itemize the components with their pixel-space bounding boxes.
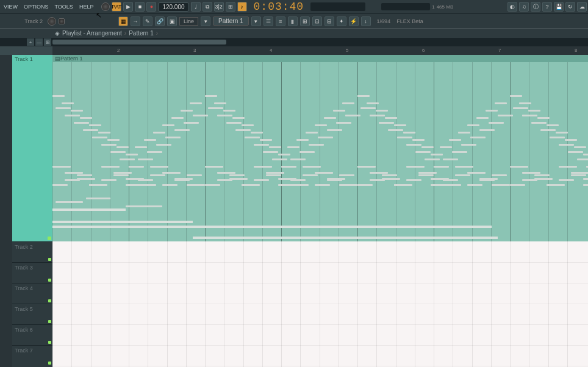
mem-counter: 1 [432, 4, 434, 10]
transport-controls: PAT ▶ ■ ● 120.000 ♩ ⧉ 3|2 ⊞ ♪ 0:03:40 1 … [101, 1, 453, 13]
volume-knob[interactable] [48, 17, 56, 26]
snap-selector[interactable]: Line [179, 17, 198, 26]
midi-button[interactable]: ♫ [519, 2, 529, 12]
ruler-mark: 4 [270, 48, 272, 53]
play-button[interactable]: ▶ [123, 2, 133, 12]
cpu-meter [381, 3, 430, 10]
track-mute-icon[interactable] [48, 258, 51, 261]
scrollbar-thumb[interactable] [52, 40, 226, 45]
line-icon[interactable]: — [35, 38, 43, 46]
timeline-area[interactable]: ▤ Pattern 1 [52, 55, 588, 367]
secondary-toolbar: Track 2 ▦ → ✎ 🔗 ▣ Line ▾ Pattern 1 ▾ ☰ ≡… [0, 13, 588, 28]
tool6-button[interactable]: ⊟ [324, 16, 334, 26]
horizontal-scrollbar[interactable] [52, 40, 588, 45]
menu-options[interactable]: OPTIONS [21, 2, 51, 11]
track-header-5[interactable]: Track 5 [12, 304, 52, 324]
track-1-mute-icon[interactable] [48, 237, 51, 240]
track-header-1[interactable]: Track 1 [12, 55, 52, 241]
track-mute-icon[interactable] [48, 299, 51, 302]
clip-label-bar[interactable]: ▤ Pattern 1 [52, 55, 588, 62]
tempo-display[interactable]: 120.000 [158, 2, 188, 12]
grid-icon[interactable]: ⊞ [44, 38, 51, 46]
info-button[interactable]: ⓘ [531, 2, 540, 12]
menu-tools[interactable]: TOOLS [52, 2, 76, 11]
ruler-mark: 7 [498, 48, 501, 53]
menu-view[interactable]: VIEW [1, 2, 20, 11]
history-button[interactable]: ◐ [507, 2, 517, 12]
pan-knob[interactable] [59, 18, 65, 24]
pattern-clip[interactable] [52, 62, 588, 241]
cut-tool-button[interactable]: ✎ [143, 16, 152, 26]
pattern-mode-button[interactable]: PAT [112, 2, 121, 12]
render-button[interactable]: ↻ [565, 2, 575, 12]
track-mute-icon[interactable] [48, 341, 51, 344]
loop-record-button[interactable]: 3|2 [214, 2, 224, 12]
left-sidebar [0, 55, 12, 367]
hint-track-label: Track 2 [2, 18, 45, 24]
tool-strip: + — ⊞ [0, 38, 588, 46]
clip-icon: ▤ [55, 55, 60, 62]
empty-track-area[interactable] [52, 241, 588, 367]
browser-button[interactable]: ⊞ [300, 16, 310, 26]
add-icon[interactable]: + [27, 38, 34, 46]
snap-dropdown[interactable]: ▾ [201, 16, 210, 26]
countdown-button[interactable]: ⧉ [203, 2, 212, 12]
metronome-button[interactable]: ♩ [191, 2, 201, 12]
magnet-button[interactable]: → [131, 16, 140, 26]
stamp-button[interactable]: ▣ [167, 16, 177, 26]
mixer-button[interactable]: ⫼ [288, 16, 298, 26]
track-header-6[interactable]: Track 6 [12, 324, 52, 345]
time-ruler[interactable]: 2 3 4 5 6 7 8 [52, 46, 588, 55]
pattern-dropdown[interactable]: ▾ [251, 16, 261, 26]
help-button[interactable]: ? [542, 2, 552, 12]
tool7-button[interactable]: ✦ [337, 16, 346, 26]
track-mute-icon[interactable] [48, 279, 51, 282]
track-header-4[interactable]: Track 4 [12, 283, 52, 304]
ruler-mark: 8 [575, 48, 577, 53]
track-2-label: Track 2 [15, 244, 33, 250]
track-5-label: Track 5 [15, 306, 33, 312]
wait-button[interactable]: ⊞ [226, 2, 235, 12]
ruler-mark: 3 [193, 48, 196, 53]
breadcrumb-pattern[interactable]: Pattern 1 [129, 30, 154, 37]
track-mute-icon[interactable] [48, 320, 51, 323]
track-7-label: Track 7 [15, 347, 33, 354]
main-menu: VIEW OPTIONS TOOLS HELP [1, 2, 96, 11]
main-workspace: Track 1 Track 2 Track 3 Track 4 Track 5 … [0, 55, 588, 367]
ruler-mark: 6 [422, 48, 425, 53]
record-button[interactable]: ● [146, 2, 156, 12]
mem-usage: 465 MB [437, 4, 454, 10]
tool9-button[interactable]: ↓ [361, 16, 371, 26]
breadcrumb-icon: ◈ [55, 30, 60, 37]
flex-prefix: 1/694 [377, 18, 391, 24]
time-display[interactable]: 0:03:40 [254, 1, 304, 13]
link-button[interactable]: 🔗 [155, 16, 165, 26]
pattern-selector[interactable]: Pattern 1 [213, 16, 249, 26]
channel-rack-button[interactable]: ☰ [264, 16, 273, 26]
track-list: Track 1 Track 2 Track 3 Track 4 Track 5 … [12, 55, 52, 367]
tool5-button[interactable]: ⊡ [312, 16, 322, 26]
clip-label: Pattern 1 [60, 55, 83, 62]
top-menu-bar: VIEW OPTIONS TOOLS HELP PAT ▶ ■ ● 120.00… [0, 0, 588, 13]
breadcrumb-separator-2: › [156, 30, 158, 37]
stop-button[interactable]: ■ [135, 2, 145, 12]
playlist-button[interactable]: ▦ [118, 16, 128, 26]
playlist-title[interactable]: Playlist - Arrangement [62, 30, 122, 37]
ruler-mark: 5 [346, 48, 348, 53]
save-button[interactable]: 💾 [554, 2, 564, 12]
step-mode-button[interactable]: ♪ [237, 2, 247, 12]
track-1-label: Track 1 [12, 55, 52, 63]
track-header-3[interactable]: Track 3 [12, 262, 52, 283]
sync-knob[interactable] [101, 2, 110, 11]
menu-help[interactable]: HELP [77, 2, 96, 11]
track-header-7[interactable]: Track 7 [12, 345, 52, 366]
tool8-button[interactable]: ⚡ [349, 16, 359, 26]
track-3-label: Track 3 [15, 265, 33, 271]
ruler-mark: 2 [117, 48, 120, 53]
track-header-2[interactable]: Track 2 [12, 241, 52, 262]
playlist-breadcrumb: ◈ Playlist - Arrangement › Pattern 1 › [0, 28, 588, 38]
track-mute-icon[interactable] [48, 362, 51, 365]
piano-roll-button[interactable]: ≡ [276, 16, 285, 26]
cloud-button[interactable]: ☁ [577, 2, 587, 12]
track-6-label: Track 6 [15, 327, 33, 333]
